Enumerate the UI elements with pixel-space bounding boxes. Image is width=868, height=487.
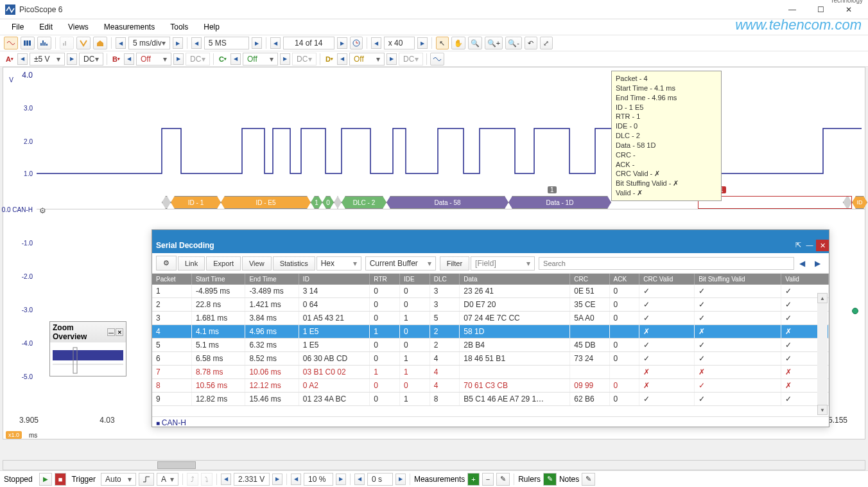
horizontal-scrollbar[interactable] [3,460,865,470]
table-row[interactable]: 912.82 ms15.46 ms01 23 4A BC018B5 C1 46 … [152,393,829,406]
channel-c-button[interactable]: C▾ [217,53,229,65]
serial-pin-icon[interactable]: ⇱ [792,240,804,250]
serial-buffer-select[interactable]: Current Buffer▾ [365,256,436,270]
ch-a-range-dec[interactable]: ◀ [17,53,28,65]
spectrum-mode-button[interactable] [37,37,51,49]
menu-views[interactable]: Views [62,21,95,33]
trigger-delay[interactable]: 0 s [367,473,393,486]
zoom-inc[interactable]: ▶ [417,37,428,49]
pretrigger-inc[interactable]: ▶ [336,474,346,485]
run-button[interactable]: ▶ [39,473,52,486]
decode-segment[interactable]: Data - 58 [386,196,508,209]
menu-edit[interactable]: Edit [33,21,59,33]
decode-segment[interactable]: Data - 1D [508,196,611,209]
ch-c-range-inc[interactable]: ▶ [280,53,290,65]
scroll-down-icon[interactable]: ▼ [817,405,828,415]
table-row[interactable]: 222.8 ns1.421 ms0 64003D0 E7 2035 CE0✓✓✓ [152,298,829,312]
delay-dec[interactable]: ◀ [354,474,365,485]
measurements-add-button[interactable]: + [467,473,479,486]
zoom-rect-tool[interactable]: 🔍 [468,37,482,49]
undo-zoom[interactable]: ↶ [525,37,537,49]
auto-setup-button[interactable] [76,37,91,49]
menu-measurements[interactable]: Measurements [98,21,161,33]
zoom-close-icon[interactable]: ✕ [116,328,123,336]
ch-b-range[interactable]: Off▾ [136,53,171,66]
ch-b-range-dec[interactable]: ◀ [124,53,134,65]
zoom-in-tool[interactable]: 🔍+ [485,37,503,49]
zoom-overview-panel[interactable]: Zoom Overview —✕ [49,321,126,376]
zoom-full[interactable]: ⤢ [540,37,553,49]
decode-segment[interactable]: ID - E5 [221,196,311,209]
scope-mode-button[interactable] [4,37,18,49]
measurements-edit-button[interactable]: ✎ [496,473,510,486]
serial-close-icon[interactable]: ✕ [816,240,829,251]
buffer-display[interactable]: 14 of 14 [283,37,334,49]
table-row[interactable]: 31.681 ms3.84 ms01 A5 43 2101507 24 4E 7… [152,312,829,325]
decode-segment[interactable] [334,196,342,209]
marker-1[interactable]: 1 [548,186,557,193]
ch-d-range-inc[interactable]: ▶ [386,53,397,65]
decode-segment[interactable] [162,196,171,209]
samples-dec[interactable]: ◀ [191,37,202,49]
ch-a-coupling[interactable]: DC▾ [79,53,103,66]
signal-gen-button[interactable] [60,37,74,49]
timebase-select[interactable]: 5 ms/div▾ [128,37,170,49]
buffer-last[interactable]: ▶ [337,37,347,49]
pretrigger[interactable]: 10 % [304,473,333,486]
ch-c-range[interactable]: Off▾ [243,53,278,66]
ch-d-coupling[interactable]: DC▾ [399,53,423,66]
decode-segment[interactable]: ID - 1 [171,196,221,209]
persistence-mode-button[interactable] [21,37,35,49]
ch-b-coupling[interactable]: DC▾ [186,53,210,66]
serial-filter-button[interactable]: Filter [440,256,469,270]
math-channel-button[interactable] [430,53,444,66]
serial-settings-button[interactable]: ⚙ [156,256,177,270]
ch-c-coupling[interactable]: DC▾ [292,53,317,66]
serial-table[interactable]: PacketStart TimeEnd TimeIDRTRIDEDLCDataC… [152,274,829,406]
delay-inc[interactable]: ▶ [395,474,406,485]
trigger-level[interactable]: 2.331 V [234,473,270,486]
stop-button[interactable]: ■ [55,473,67,486]
serial-next-icon[interactable]: ▶ [810,259,825,268]
ch-d-range-dec[interactable]: ◀ [337,53,347,65]
serial-search-input[interactable] [539,257,794,270]
ch-b-range-inc[interactable]: ▶ [173,53,184,65]
table-row[interactable]: 810.56 ms12.12 ms0 A200470 61 C3 CB09 99… [152,379,829,393]
hand-tool[interactable]: ✋ [451,37,465,49]
buffer-nav-button[interactable] [350,37,363,49]
decode-segment[interactable]: 0 [322,196,334,209]
trigger-rising-button[interactable]: ⤴ [187,473,198,486]
samples-inc[interactable]: ▶ [252,37,262,49]
buffer-first[interactable]: ◀ [270,37,281,49]
table-row[interactable]: 78.78 ms10.06 ms03 B1 C0 02114✗✗✗ [152,366,829,379]
notes-button[interactable]: ✎ [582,473,595,486]
decode-segment[interactable]: 1 [311,196,322,209]
serial-prev-icon[interactable]: ◀ [794,259,810,268]
menu-file[interactable]: File [5,21,30,33]
zoom-display[interactable]: x 40 [384,37,415,49]
table-row[interactable]: 66.58 ms8.52 ms06 30 AB CD01418 46 51 B1… [152,352,829,366]
rulers-button[interactable]: ✎ [543,473,557,486]
zoom-dec[interactable]: ◀ [371,37,381,49]
trigger-level-inc[interactable]: ▶ [272,474,282,485]
timebase-dec[interactable]: ◀ [116,37,126,49]
zoom-out-tool[interactable]: 🔍- [505,37,522,49]
trigger-falling-button[interactable]: ⤵ [201,473,213,486]
table-row[interactable]: 44.1 ms4.96 ms1 E510258 1D✗✗✗ [152,325,829,339]
trigger-mode-select[interactable]: Auto▾ [101,473,136,486]
channel-b-button[interactable]: B▾ [110,53,122,65]
serial-format-select[interactable]: Hex▾ [317,256,361,270]
channel-a-button[interactable]: A▾ [4,53,15,65]
pretrigger-dec[interactable]: ◀ [291,474,301,485]
ch-a-range-inc[interactable]: ▶ [67,53,77,65]
serial-statistics-button[interactable]: Statistics [273,256,315,270]
table-row[interactable]: 55.1 ms6.32 ms1 E50022B B445 DB0✓✓✓ [152,339,829,352]
menu-help[interactable]: Help [197,21,226,33]
minimize-button[interactable]: — [778,1,806,19]
serial-view-button[interactable]: View [242,256,272,270]
serial-min-icon[interactable]: — [804,240,815,250]
scrollbar-thumb[interactable] [157,461,196,469]
zoom-min-icon[interactable]: — [107,328,115,336]
table-row[interactable]: 1-4.895 ms-3.489 ms3 1400323 26 410E 510… [152,285,829,298]
trigger-source-select[interactable]: A▾ [157,473,178,486]
